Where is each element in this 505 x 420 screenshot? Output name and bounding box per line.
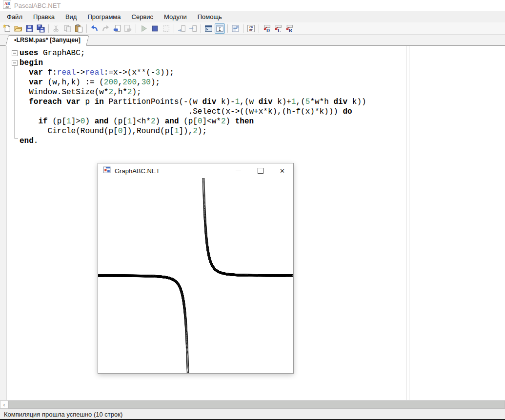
toolbar-separator: [243, 24, 243, 33]
new-file-button[interactable]: [2, 23, 12, 34]
copy-icon: [63, 24, 72, 33]
toolbar-separator: [201, 24, 201, 33]
menu-item-5[interactable]: Модули: [159, 12, 192, 22]
window-l-button[interactable]: L: [273, 23, 283, 34]
stop-button[interactable]: [150, 23, 160, 34]
code-line: uses GraphABC;: [20, 48, 366, 58]
editor-splitter-line: [409, 46, 409, 400]
stop-icon: [151, 24, 159, 33]
save-all-button[interactable]: [36, 23, 46, 34]
graph-window-title: GraphABC.NET: [115, 167, 227, 175]
window-l-icon: L: [274, 24, 282, 33]
code-text: uses GraphABC;begin var f:real->real:=x-…: [20, 48, 366, 146]
window-r-button[interactable]: R: [284, 23, 294, 34]
horizontal-scrollbar[interactable]: ‹: [0, 400, 505, 409]
menu-item-1[interactable]: Правка: [28, 12, 60, 22]
svg-text:R: R: [289, 27, 293, 32]
code-line: var f:real->real:=x->(x**(-3));: [20, 68, 366, 78]
menu-item-4[interactable]: Сервис: [126, 12, 159, 22]
nav-forward-button: [123, 23, 133, 34]
menu-item-6[interactable]: Помощь: [192, 12, 227, 22]
redo-icon: [101, 24, 110, 33]
code-template-icon: CODE: [247, 24, 255, 33]
code-template-button[interactable]: CODE: [246, 23, 256, 34]
toolbar-separator: [86, 24, 87, 33]
paste-button[interactable]: [74, 23, 84, 34]
code-line: begin: [20, 58, 366, 68]
code-line: end.: [20, 136, 366, 146]
open-file-button[interactable]: [13, 23, 23, 34]
menu-bar: ФайлПравкаВидПрограммаСервисМодулиПомощь: [0, 11, 505, 22]
tab-label: •LRSM.pas* [Запущен]: [14, 37, 81, 43]
menu-item-0[interactable]: Файл: [1, 12, 28, 22]
code-line: Circle(Round(p[0]),Round(p[1]),2);: [20, 126, 366, 136]
toolbar: CODEDLR: [0, 22, 505, 35]
toolbar-separator: [136, 24, 136, 33]
svg-text:.net: .net: [5, 5, 9, 8]
editor-margin-line: [406, 46, 407, 400]
graph-window-icon: [103, 166, 111, 176]
menu-item-2[interactable]: Вид: [60, 12, 82, 22]
run-icon: [140, 24, 148, 33]
window-r-icon: R: [285, 24, 293, 33]
graph-window-title-bar[interactable]: GraphABC.NET ✕: [98, 163, 293, 178]
undo-button[interactable]: [89, 23, 100, 34]
code-line: Window.SetSize(w*2,h*2);: [20, 87, 366, 97]
pascalabc-logo-icon: AB.net: [3, 0, 11, 11]
new-file-icon: [3, 24, 11, 33]
scrollbar-thumb[interactable]: [8, 400, 505, 409]
step-over-button: [177, 23, 187, 34]
code-line: foreach var p in PartitionPoints(-(w div…: [20, 97, 366, 107]
undo-icon: [90, 24, 99, 33]
window-d-icon: D: [263, 24, 271, 33]
step-over-icon: [178, 24, 186, 33]
minimize-button[interactable]: [227, 163, 249, 178]
outline-window-button[interactable]: [230, 23, 241, 34]
open-file-icon: [14, 24, 22, 33]
save-file-icon: [25, 24, 34, 33]
copy-button: [62, 23, 73, 34]
paste-icon: [75, 24, 83, 33]
svg-text:DE: DE: [249, 28, 253, 31]
pause-button: [161, 23, 171, 34]
code-line: if (p[1]>0) and (p[1]<h*2) and (p[0]<w*2…: [20, 117, 366, 126]
maximize-button[interactable]: [249, 163, 271, 178]
status-bar: Компиляция прошла успешно (10 строк): [0, 409, 505, 420]
console-window-button[interactable]: [203, 23, 214, 34]
plot-canvas: [98, 178, 293, 373]
menu-item-3[interactable]: Программа: [82, 12, 126, 22]
save-file-button[interactable]: [24, 23, 35, 34]
toolbar-separator: [259, 24, 259, 33]
graphabc-output-window[interactable]: GraphABC.NET ✕: [98, 163, 294, 374]
close-button[interactable]: ✕: [271, 163, 293, 178]
save-all-icon: [37, 24, 45, 33]
app-title-bar[interactable]: AB.net PascalABC.NET: [0, 0, 505, 11]
svg-text:L: L: [278, 27, 281, 32]
outline-window-icon: [231, 24, 240, 33]
window-d-button[interactable]: D: [262, 23, 272, 34]
cut-button: [51, 23, 61, 34]
code-line: var (w,h,k) := (200,200,30);: [20, 78, 366, 87]
text-window-icon: [216, 24, 224, 33]
tab-strip: •LRSM.pas* [Запущен]: [0, 35, 505, 46]
fold-markers[interactable]: [0, 46, 22, 192]
app-title: PascalABC.NET: [14, 2, 61, 9]
nav-back-button[interactable]: [112, 23, 122, 34]
scroll-left-button[interactable]: ‹: [0, 400, 8, 409]
toolbar-separator: [174, 24, 174, 33]
nav-back-icon: [113, 24, 121, 33]
step-into-button: [188, 23, 198, 34]
code-line: .Select(x->((w+x*k),(h-f(x)*k))) do: [20, 107, 366, 117]
pause-icon: [162, 24, 170, 33]
compile-status-text: Компиляция прошла успешно (10 строк): [4, 411, 122, 418]
console-window-icon: [204, 24, 213, 33]
run-button: [139, 23, 149, 34]
tab-lrsm-pas[interactable]: •LRSM.pas* [Запущен]: [7, 35, 88, 46]
toolbar-separator: [48, 24, 49, 33]
redo-button: [101, 23, 111, 34]
nav-forward-icon: [124, 24, 132, 33]
text-window-button[interactable]: [215, 23, 225, 34]
cut-icon: [52, 24, 61, 33]
toolbar-separator: [227, 24, 228, 33]
svg-text:D: D: [266, 27, 270, 32]
